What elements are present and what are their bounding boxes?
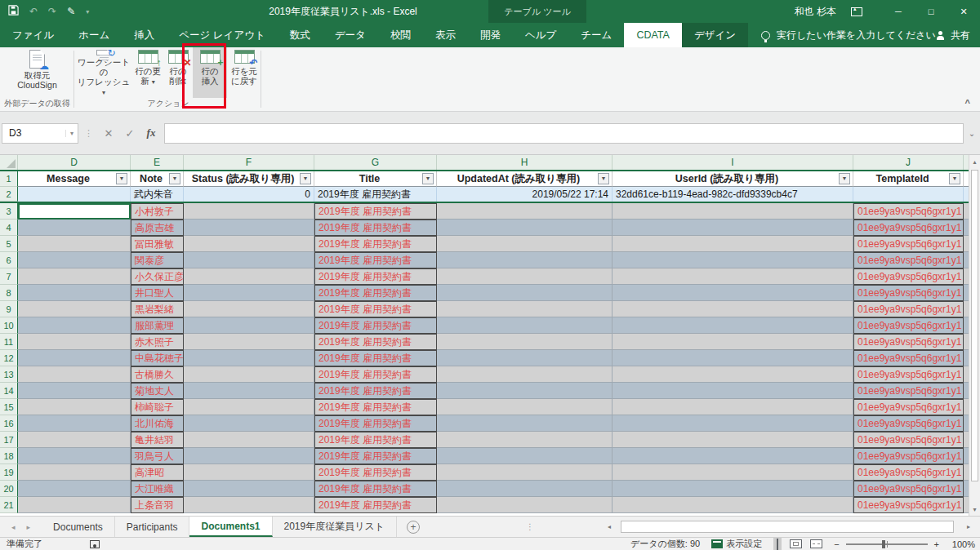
cell-F4[interactable] bbox=[184, 220, 314, 236]
column-header-E[interactable]: E bbox=[131, 155, 184, 170]
cell-D8[interactable] bbox=[18, 285, 131, 301]
cell-H13[interactable] bbox=[437, 366, 612, 383]
cell-G4[interactable]: 2019年度 雇用契約書 bbox=[314, 220, 437, 236]
cell-H14[interactable] bbox=[437, 383, 612, 399]
cell-J9[interactable]: 01ee9ya9vsp5q6gxr1y1 bbox=[853, 301, 964, 317]
cell-E15[interactable]: 柿崎聡子 bbox=[131, 399, 184, 415]
cell-D4[interactable] bbox=[18, 220, 131, 236]
cell-G16[interactable]: 2019年度 雇用契約書 bbox=[314, 415, 437, 432]
row-header-12[interactable]: 12 bbox=[0, 350, 18, 366]
redo-icon[interactable]: ↷ bbox=[48, 6, 56, 17]
view-normal-button[interactable] bbox=[773, 538, 782, 550]
cell-G12[interactable]: 2019年度 雇用契約書 bbox=[314, 350, 437, 366]
cell-H8[interactable] bbox=[437, 285, 612, 301]
cell-D9[interactable] bbox=[18, 301, 131, 317]
cell-I18[interactable] bbox=[612, 448, 853, 464]
cell-E10[interactable]: 服部薫理 bbox=[131, 317, 184, 334]
cell-F10[interactable] bbox=[184, 317, 314, 334]
cell-J7[interactable]: 01ee9ya9vsp5q6gxr1y1 bbox=[853, 268, 964, 285]
ribbon-display-options-icon[interactable] bbox=[851, 7, 862, 16]
cell-D11[interactable] bbox=[18, 334, 131, 350]
cell-I9[interactable] bbox=[612, 301, 853, 317]
cell-J16[interactable]: 01ee9ya9vsp5q6gxr1y1 bbox=[853, 415, 964, 432]
tab-file[interactable]: ファイル bbox=[0, 23, 66, 47]
scroll-right-icon[interactable]: ▸ bbox=[962, 523, 975, 530]
cell-J8[interactable]: 01ee9ya9vsp5q6gxr1y1 bbox=[853, 285, 964, 301]
cell-E14[interactable]: 菊地丈人 bbox=[131, 383, 184, 399]
row-header-11[interactable]: 11 bbox=[0, 334, 18, 350]
cell-E3[interactable]: 小村敦子 bbox=[131, 203, 184, 220]
cell-G18[interactable]: 2019年度 雇用契約書 bbox=[314, 448, 437, 464]
row-header-10[interactable]: 10 bbox=[0, 317, 18, 334]
cell-J19[interactable]: 01ee9ya9vsp5q6gxr1y1 bbox=[853, 464, 964, 481]
cell-I5[interactable] bbox=[612, 236, 853, 252]
cell-F18[interactable] bbox=[184, 448, 314, 464]
cell-F12[interactable] bbox=[184, 350, 314, 366]
cell-I7[interactable] bbox=[612, 268, 853, 285]
cell-F5[interactable] bbox=[184, 236, 314, 252]
enter-icon[interactable]: ✓ bbox=[120, 127, 140, 140]
cell-D17[interactable] bbox=[18, 432, 131, 448]
filter-icon[interactable]: ▼ bbox=[422, 173, 434, 184]
cell-D18[interactable] bbox=[18, 448, 131, 464]
cell-G6[interactable]: 2019年度 雇用契約書 bbox=[314, 252, 437, 268]
cell-H2[interactable]: 2019/05/22 17:14 bbox=[437, 187, 612, 202]
cell-E4[interactable]: 高原吉雄 bbox=[131, 220, 184, 236]
formula-input[interactable] bbox=[164, 123, 964, 144]
touch-mode-icon[interactable]: ✎ bbox=[67, 6, 75, 17]
cell-D2[interactable] bbox=[18, 187, 131, 202]
sheet-tab-2[interactable]: Documents1 bbox=[189, 517, 272, 537]
zoom-in-icon[interactable]: + bbox=[934, 539, 939, 549]
save-icon[interactable] bbox=[8, 5, 19, 18]
zoom-out-icon[interactable]: − bbox=[834, 539, 839, 549]
scroll-left-icon[interactable]: ◂ bbox=[603, 523, 616, 530]
cell-H17[interactable] bbox=[437, 432, 612, 448]
cell-F19[interactable] bbox=[184, 464, 314, 481]
cell-J21[interactable]: 01ee9ya9vsp5q6gxr1y1 bbox=[853, 497, 964, 513]
cell-H11[interactable] bbox=[437, 334, 612, 350]
cell-J2[interactable] bbox=[853, 187, 964, 202]
cloudsign-source-button[interactable]: ☁ 取得元 CloudSign bbox=[0, 47, 74, 98]
cell-H16[interactable] bbox=[437, 415, 612, 432]
ribbon-tab-4[interactable]: データ bbox=[323, 23, 378, 47]
cell-G9[interactable]: 2019年度 雇用契約書 bbox=[314, 301, 437, 317]
ribbon-tab-8[interactable]: ヘルプ bbox=[513, 23, 568, 47]
row-header-16[interactable]: 16 bbox=[0, 415, 18, 432]
row-header-9[interactable]: 9 bbox=[0, 301, 18, 317]
cell-J15[interactable]: 01ee9ya9vsp5q6gxr1y1 bbox=[853, 399, 964, 415]
zoom-slider[interactable] bbox=[846, 543, 928, 545]
cell-J11[interactable]: 01ee9ya9vsp5q6gxr1y1 bbox=[853, 334, 964, 350]
row-header-7[interactable]: 7 bbox=[0, 268, 18, 285]
cell-H20[interactable] bbox=[437, 481, 612, 497]
cell-D12[interactable] bbox=[18, 350, 131, 366]
row-header-3[interactable]: 3 bbox=[0, 203, 18, 220]
cell-E12[interactable]: 中島花穂子 bbox=[131, 350, 184, 366]
filter-icon[interactable]: ▼ bbox=[169, 173, 180, 184]
view-page-layout-icon[interactable] bbox=[790, 539, 802, 548]
cell-E7[interactable]: 小久保正彦 bbox=[131, 268, 184, 285]
cell-F3[interactable] bbox=[184, 203, 314, 220]
cell-F14[interactable] bbox=[184, 383, 314, 399]
zoom-level[interactable]: 100% bbox=[946, 539, 975, 549]
cell-E9[interactable]: 黒岩梨緒 bbox=[131, 301, 184, 317]
cell-I4[interactable] bbox=[612, 220, 853, 236]
cell-J20[interactable]: 01ee9ya9vsp5q6gxr1y1 bbox=[853, 481, 964, 497]
scroll-up-icon[interactable]: ▴ bbox=[969, 155, 980, 168]
cell-F21[interactable] bbox=[184, 497, 314, 513]
row-header-15[interactable]: 15 bbox=[0, 399, 18, 415]
cell-E5[interactable]: 冨田雅敏 bbox=[131, 236, 184, 252]
vertical-scroll-thumb[interactable] bbox=[971, 170, 978, 481]
cell-E16[interactable]: 北川佑海 bbox=[131, 415, 184, 432]
filter-icon[interactable]: ▼ bbox=[839, 173, 850, 184]
cell-D5[interactable] bbox=[18, 236, 131, 252]
ribbon-tab-1[interactable]: 挿入 bbox=[122, 23, 167, 47]
row-header-20[interactable]: 20 bbox=[0, 481, 18, 497]
cell-F7[interactable] bbox=[184, 268, 314, 285]
maximize-icon[interactable]: □ bbox=[915, 0, 947, 23]
ribbon-tab-0[interactable]: ホーム bbox=[66, 23, 122, 47]
row-header-5[interactable]: 5 bbox=[0, 236, 18, 252]
ribbon-tab-9[interactable]: チーム bbox=[568, 23, 624, 47]
cell-H6[interactable] bbox=[437, 252, 612, 268]
cell-I13[interactable] bbox=[612, 366, 853, 383]
column-header-J[interactable]: J bbox=[853, 155, 964, 170]
